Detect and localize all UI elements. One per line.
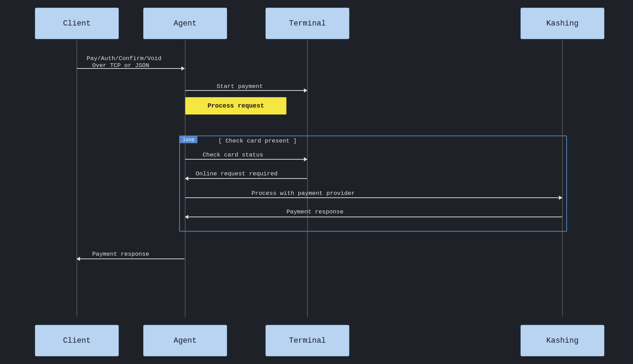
- participant-kashing-top: Kashing: [521, 8, 604, 39]
- label-msg7: Payment response: [92, 251, 149, 257]
- participant-terminal-bottom: Terminal: [265, 325, 349, 356]
- lifeline-client: [77, 40, 77, 317]
- process-request-box: Process request: [185, 97, 286, 115]
- arrow-msg5: [185, 197, 562, 198]
- diagram-container: Client Agent Terminal Kashing Pay/Auth/C…: [0, 0, 633, 364]
- participant-terminal-top: Terminal: [265, 8, 349, 39]
- arrow-msg4: [185, 178, 307, 179]
- participant-kashing-bottom: Kashing: [521, 325, 604, 356]
- arrow-msg3: [185, 159, 307, 160]
- label-msg1-line1: Pay/Auth/Confirm/Void: [87, 55, 161, 62]
- label-msg1-line2: Over TCP or JSON: [92, 62, 149, 69]
- label-msg3: Check card status: [203, 152, 263, 158]
- arrow-msg6: [185, 217, 562, 217]
- label-msg6: Payment response: [286, 209, 343, 215]
- participant-client-top: Client: [35, 8, 119, 39]
- arrow-msg7: [77, 259, 184, 259]
- label-msg4: Online request required: [196, 170, 278, 177]
- label-msg2: Start payment: [217, 83, 263, 90]
- arrow-msg2: [185, 90, 307, 91]
- label-msg5: Process with payment provider: [252, 190, 355, 197]
- loop-condition: [ Check card present ]: [218, 138, 297, 144]
- participant-client-bottom: Client: [35, 325, 119, 356]
- participant-agent-top: Agent: [143, 8, 227, 39]
- participant-agent-bottom: Agent: [143, 325, 227, 356]
- loop-label: loop: [180, 136, 197, 143]
